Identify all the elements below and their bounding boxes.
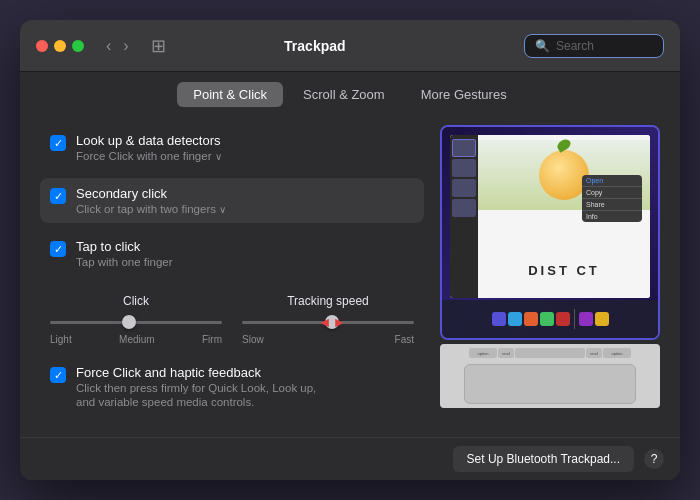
help-button[interactable]: ? xyxy=(644,449,664,469)
preview-context-menu: Open Copy Share Info xyxy=(582,175,642,222)
speed-arrow-wrapper: ◄ ► xyxy=(242,314,414,330)
secondary-click-checkbox[interactable]: ✓ xyxy=(50,188,66,204)
dock-icon-6 xyxy=(579,312,593,326)
main-window: ‹ › ⊞ Trackpad 🔍 Point & Click Scroll & … xyxy=(20,20,680,480)
trackpad-pad[interactable] xyxy=(464,364,637,404)
tabs-bar: Point & Click Scroll & Zoom More Gesture… xyxy=(20,72,680,115)
tap-to-click-setting: ✓ Tap to click Tap with one finger xyxy=(40,231,424,276)
preview-main: Open Copy Share Info DIST CT xyxy=(478,135,650,298)
click-slider-track[interactable] xyxy=(50,314,222,330)
ctx-item-3: Share xyxy=(582,199,642,211)
tap-to-click-checkbox[interactable]: ✓ xyxy=(50,241,66,257)
click-thumb[interactable] xyxy=(122,315,136,329)
secondary-click-text: Secondary click Click or tap with two fi… xyxy=(76,186,226,215)
dock-icon-1 xyxy=(492,312,506,326)
kb-key-cmd-r: cmd xyxy=(586,348,602,358)
close-button[interactable] xyxy=(36,40,48,52)
speed-label-slow: Slow xyxy=(242,334,264,345)
ctx-item-2: Copy xyxy=(582,187,642,199)
leaf-icon xyxy=(555,137,572,153)
search-input[interactable] xyxy=(556,39,653,53)
fullscreen-button[interactable] xyxy=(72,40,84,52)
click-slider-group: Click Light Medium Firm xyxy=(50,294,222,345)
force-click-subtitle: Click then press firmly for Quick Look, … xyxy=(76,382,316,394)
ctx-item-1: Open xyxy=(582,175,642,187)
secondary-click-title: Secondary click xyxy=(76,186,226,201)
click-slider-labels: Light Medium Firm xyxy=(50,334,222,345)
preview-dock xyxy=(442,300,658,338)
keyboard-preview: option cmd cmd option xyxy=(440,344,660,408)
dock-icon-7 xyxy=(595,312,609,326)
speed-slider-labels: Slow Fast xyxy=(242,334,414,345)
checkmark-icon: ✓ xyxy=(54,191,63,202)
preview-thumb-4 xyxy=(452,199,476,217)
window-title: Trackpad xyxy=(116,38,514,54)
content-area: ✓ Look up & data detectors Force Click w… xyxy=(20,115,680,437)
click-label-light: Light xyxy=(50,334,72,345)
trackpad-preview: Open Copy Share Info DIST CT xyxy=(440,125,660,340)
sliders-section: Click Light Medium Firm Tracking speed xyxy=(40,284,424,349)
preview-content: Open Copy Share Info DIST CT xyxy=(450,135,650,298)
tap-to-click-title: Tap to click xyxy=(76,239,173,254)
tracking-speed-slider-group: Tracking speed ◄ ► Slow Fast xyxy=(242,294,414,345)
search-box[interactable]: 🔍 xyxy=(524,34,664,58)
click-label-firm: Firm xyxy=(202,334,222,345)
preview-thumb-1 xyxy=(452,139,476,157)
ctx-item-4: Info xyxy=(582,211,642,222)
left-panel: ✓ Look up & data detectors Force Click w… xyxy=(40,125,424,427)
chevron-down-icon[interactable]: ∨ xyxy=(215,151,222,162)
force-click-subtitle2: and variable speed media controls. xyxy=(76,396,316,408)
force-click-title: Force Click and haptic feedback xyxy=(76,365,316,380)
secondary-click-subtitle: Click or tap with two fingers ∨ xyxy=(76,203,226,215)
bottom-bar: Set Up Bluetooth Trackpad... ? xyxy=(20,437,680,480)
look-up-setting: ✓ Look up & data detectors Force Click w… xyxy=(40,125,424,170)
dock-icon-5 xyxy=(556,312,570,326)
titlebar: ‹ › ⊞ Trackpad 🔍 xyxy=(20,20,680,72)
checkmark-icon: ✓ xyxy=(54,138,63,149)
right-panel: Open Copy Share Info DIST CT xyxy=(440,125,660,427)
tap-to-click-text: Tap to click Tap with one finger xyxy=(76,239,173,268)
checkmark-icon: ✓ xyxy=(54,244,63,255)
checkmark-icon: ✓ xyxy=(54,370,63,381)
click-slider-title: Click xyxy=(123,294,149,308)
tab-more-gestures[interactable]: More Gestures xyxy=(405,82,523,107)
dock-separator xyxy=(574,309,575,329)
look-up-subtitle: Force Click with one finger ∨ xyxy=(76,150,222,162)
kb-row-1: option cmd cmd option xyxy=(442,348,658,358)
kb-key-space xyxy=(515,348,585,358)
look-up-title: Look up & data detectors xyxy=(76,133,222,148)
force-click-text: Force Click and haptic feedback Click th… xyxy=(76,365,316,408)
arrow-left-icon: ◄ xyxy=(318,315,332,329)
preview-screen: Open Copy Share Info DIST CT xyxy=(442,127,658,338)
speed-arrows: ◄ ► xyxy=(318,315,347,329)
click-label-medium: Medium xyxy=(119,334,155,345)
search-icon: 🔍 xyxy=(535,39,550,53)
chevron-down-icon[interactable]: ∨ xyxy=(219,204,226,215)
tracking-speed-title: Tracking speed xyxy=(287,294,369,308)
bluetooth-trackpad-button[interactable]: Set Up Bluetooth Trackpad... xyxy=(453,446,634,472)
speed-label-fast: Fast xyxy=(395,334,414,345)
traffic-lights xyxy=(36,40,84,52)
dock-icon-3 xyxy=(524,312,538,326)
preview-thumb-2 xyxy=(452,159,476,177)
tab-scroll-zoom[interactable]: Scroll & Zoom xyxy=(287,82,401,107)
secondary-click-setting: ✓ Secondary click Click or tap with two … xyxy=(40,178,424,223)
preview-sidebar xyxy=(450,135,478,298)
preview-thumb-3 xyxy=(452,179,476,197)
kb-key-cmd-l: cmd xyxy=(498,348,514,358)
dock-icon-4 xyxy=(540,312,554,326)
force-click-checkbox[interactable]: ✓ xyxy=(50,367,66,383)
click-track xyxy=(50,321,222,324)
tap-to-click-subtitle: Tap with one finger xyxy=(76,256,173,268)
dock-icon-2 xyxy=(508,312,522,326)
look-up-checkbox[interactable]: ✓ xyxy=(50,135,66,151)
kb-key-option-l: option xyxy=(469,348,497,358)
minimize-button[interactable] xyxy=(54,40,66,52)
arrow-right-icon: ► xyxy=(333,315,347,329)
look-up-text: Look up & data detectors Force Click wit… xyxy=(76,133,222,162)
kb-key-option-r: option xyxy=(603,348,631,358)
tab-point-click[interactable]: Point & Click xyxy=(177,82,283,107)
force-click-setting: ✓ Force Click and haptic feedback Click … xyxy=(40,357,424,416)
preview-title: DIST CT xyxy=(478,263,650,278)
back-button[interactable]: ‹ xyxy=(102,35,115,57)
